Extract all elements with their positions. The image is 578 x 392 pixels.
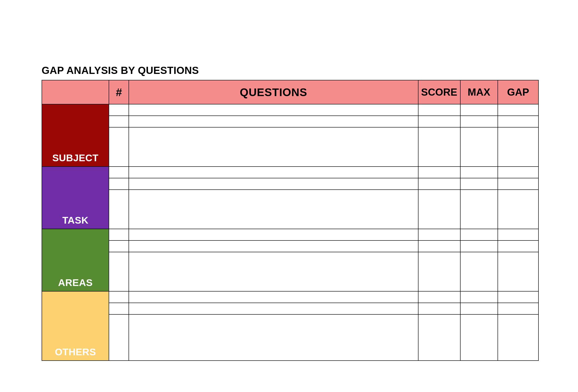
cell-question — [129, 178, 418, 190]
cell-max — [460, 303, 498, 314]
cell-num — [109, 190, 129, 229]
cell-question — [129, 252, 418, 291]
cell-max — [460, 127, 498, 166]
cell-question — [129, 303, 418, 314]
gap-analysis-table: # QUESTIONS SCORE MAX GAP SUBJECT — [42, 80, 539, 361]
cell-question — [129, 127, 418, 166]
cell-score — [418, 303, 460, 314]
cell-gap — [498, 166, 538, 178]
table-row — [42, 303, 538, 314]
cell-gap — [498, 178, 538, 190]
cell-num — [109, 240, 129, 252]
cell-score — [418, 240, 460, 252]
table-row — [42, 190, 538, 229]
cell-gap — [498, 252, 538, 291]
cell-question — [129, 116, 418, 127]
gap-analysis-document: GAP ANALYSIS BY QUESTIONS # QUESTIONS SC… — [42, 65, 539, 361]
cell-num — [109, 127, 129, 166]
cell-score — [418, 314, 460, 361]
cell-question — [129, 240, 418, 252]
cell-num — [109, 104, 129, 116]
cell-score — [418, 166, 460, 178]
cell-num — [109, 303, 129, 314]
cell-gap — [498, 291, 538, 303]
cell-score — [418, 127, 460, 166]
cell-score — [418, 178, 460, 190]
header-questions: QUESTIONS — [129, 80, 418, 104]
page-title: GAP ANALYSIS BY QUESTIONS — [42, 65, 539, 76]
table-row: SUBJECT — [42, 104, 538, 116]
cell-score — [418, 229, 460, 240]
cell-gap — [498, 104, 538, 116]
cell-gap — [498, 190, 538, 229]
table-row — [42, 252, 538, 291]
cell-max — [460, 104, 498, 116]
cell-question — [129, 314, 418, 361]
cell-max — [460, 178, 498, 190]
category-areas: AREAS — [42, 229, 109, 291]
category-others: OTHERS — [42, 291, 109, 361]
cell-score — [418, 116, 460, 127]
header-score: SCORE — [418, 80, 460, 104]
header-number: # — [109, 80, 129, 104]
cell-question — [129, 166, 418, 178]
table-row — [42, 127, 538, 166]
cell-max — [460, 291, 498, 303]
header-max: MAX — [460, 80, 498, 104]
cell-gap — [498, 116, 538, 127]
table-row: TASK — [42, 166, 538, 178]
header-blank — [42, 80, 109, 104]
cell-question — [129, 190, 418, 229]
category-task: TASK — [42, 166, 109, 229]
table-row: AREAS — [42, 229, 538, 240]
table-row — [42, 240, 538, 252]
cell-max — [460, 166, 498, 178]
cell-gap — [498, 229, 538, 240]
cell-gap — [498, 127, 538, 166]
cell-num — [109, 291, 129, 303]
cell-max — [460, 314, 498, 361]
table-row — [42, 314, 538, 361]
cell-num — [109, 314, 129, 361]
category-subject: SUBJECT — [42, 104, 109, 166]
cell-num — [109, 116, 129, 127]
cell-max — [460, 240, 498, 252]
cell-question — [129, 291, 418, 303]
cell-max — [460, 229, 498, 240]
cell-gap — [498, 240, 538, 252]
cell-gap — [498, 303, 538, 314]
cell-gap — [498, 314, 538, 361]
cell-max — [460, 190, 498, 229]
cell-score — [418, 190, 460, 229]
table-header-row: # QUESTIONS SCORE MAX GAP — [42, 80, 538, 104]
table-row — [42, 178, 538, 190]
cell-question — [129, 229, 418, 240]
table-row: OTHERS — [42, 291, 538, 303]
cell-question — [129, 104, 418, 116]
cell-score — [418, 291, 460, 303]
cell-max — [460, 252, 498, 291]
cell-num — [109, 166, 129, 178]
cell-num — [109, 178, 129, 190]
cell-num — [109, 229, 129, 240]
cell-num — [109, 252, 129, 291]
cell-max — [460, 116, 498, 127]
table-row — [42, 116, 538, 127]
cell-score — [418, 104, 460, 116]
cell-score — [418, 252, 460, 291]
header-gap: GAP — [498, 80, 538, 104]
